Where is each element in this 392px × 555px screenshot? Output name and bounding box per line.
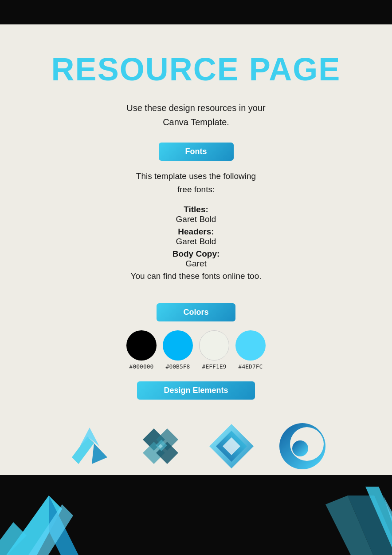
fonts-description: This template uses the following free fo… (136, 170, 256, 197)
swatch-black: #000000 (126, 330, 157, 370)
swatch-lightblue-circle (235, 330, 266, 361)
body-label: Body Copy: (172, 249, 220, 259)
fonts-badge: Fonts (159, 143, 234, 161)
icon-diamond-blue (203, 417, 260, 475)
swatch-lightblue: #4ED7FC (235, 330, 266, 370)
swatch-white-label: #EFF1E9 (202, 363, 227, 370)
page-title: RESOURCE PAGE (51, 51, 341, 87)
bottom-deco-left (0, 475, 146, 555)
svg-point-14 (292, 440, 308, 456)
swatch-white: #EFF1E9 (199, 330, 229, 370)
swatch-black-label: #000000 (129, 363, 154, 370)
swatch-lightblue-label: #4ED7FC (239, 363, 263, 370)
color-swatches: #000000 #00B5F8 #EFF1E9 #4ED7FC (126, 330, 266, 370)
icon-circle-moon (274, 417, 331, 475)
swatch-blue-circle (163, 330, 193, 361)
top-bar (0, 0, 392, 24)
subtitle: Use these design resources in your Canva… (126, 101, 266, 129)
fonts-section: Fonts This template uses the following f… (35, 143, 357, 294)
design-icons-row (61, 417, 331, 475)
design-elements-badge: Design Elements (137, 381, 255, 400)
headers-value: Garet Bold (176, 237, 216, 246)
titles-value: Garet Bold (176, 214, 216, 224)
colors-badge: Colors (157, 303, 235, 321)
swatch-blue-label: #00B5F8 (166, 363, 190, 370)
colors-section: Colors #000000 #00B5F8 #EFF1E9 #4ED7FC (35, 303, 357, 373)
headers-label: Headers: (178, 227, 214, 237)
bottom-section (0, 475, 392, 555)
bottom-deco-right (246, 475, 392, 555)
swatch-black-circle (126, 330, 157, 361)
icon-arrow (61, 417, 118, 475)
swatch-blue: #00B5F8 (163, 330, 193, 370)
body-value: Garet (185, 259, 207, 269)
swatch-white-circle (199, 330, 229, 361)
icon-diamond-dark (132, 417, 189, 475)
main-content: RESOURCE PAGE Use these design resources… (0, 24, 392, 484)
titles-label: Titles: (184, 205, 208, 214)
font-find-text: You can find these fonts online too. (130, 271, 261, 281)
design-elements-section: Design Elements (35, 381, 357, 475)
